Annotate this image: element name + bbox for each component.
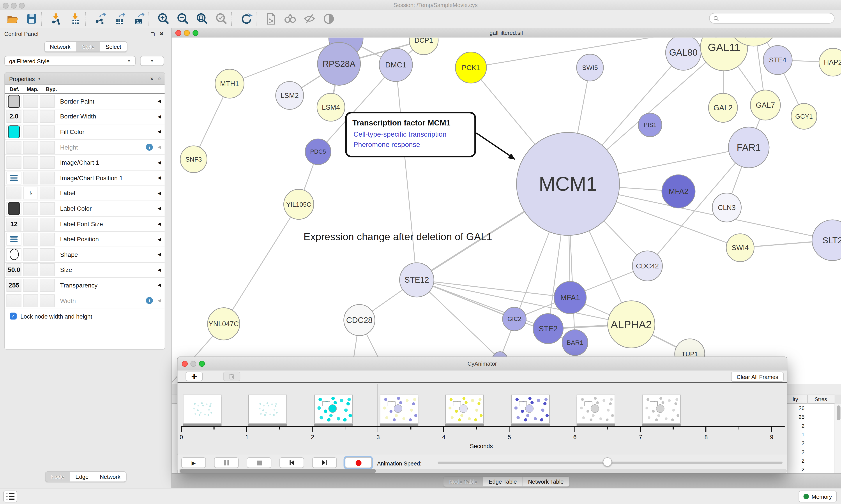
style-target-tab-network[interactable]: Network	[94, 472, 126, 482]
annotation-link[interactable]: Cell-type-specific transcription	[354, 130, 447, 138]
open-session-button[interactable]	[4, 12, 20, 26]
expand-row-icon[interactable]: ◀	[158, 221, 161, 227]
expand-row-icon[interactable]: ◀	[158, 129, 161, 134]
frame-thumbnail-4[interactable]	[445, 395, 484, 424]
mapping-cell[interactable]	[23, 125, 38, 138]
expand-row-icon[interactable]: ◀	[158, 252, 161, 257]
property-row-fill-color[interactable]: Fill Color◀	[5, 125, 165, 140]
style-selector[interactable]: galFiltered Style ▼	[4, 56, 136, 66]
lock-checkbox[interactable]: ✓	[10, 313, 17, 320]
close-panel-icon[interactable]: ✖	[159, 32, 163, 36]
minimize-window-button[interactable]	[11, 2, 17, 8]
zoom-selected-button[interactable]	[214, 12, 230, 26]
network-window-titlebar[interactable]: galFiltered.sif	[172, 28, 841, 37]
timeline-scrollbar[interactable]	[179, 469, 787, 473]
import-table-button[interactable]	[68, 12, 84, 26]
table-tab-network-table[interactable]: Network Table	[522, 476, 569, 486]
property-row-label-color[interactable]: Label Color◀	[5, 201, 165, 217]
clear-all-frames-button[interactable]: Clear All Frames	[731, 372, 784, 382]
first-neighbors-button[interactable]	[282, 12, 298, 26]
refresh-layout-button[interactable]	[238, 12, 254, 26]
mapping-cell[interactable]	[23, 141, 38, 154]
maximize-window-button[interactable]	[19, 2, 25, 8]
mapping-cell[interactable]: ⁞›	[23, 187, 38, 200]
default-value-cell[interactable]	[6, 95, 21, 108]
bypass-cell[interactable]	[40, 187, 55, 200]
default-value-cell[interactable]: 50.0	[6, 264, 21, 276]
table-column-stress[interactable]: Stres	[815, 396, 827, 402]
property-row-image-chart-position-1[interactable]: Image/Chart Position 1◀	[5, 170, 165, 186]
search-input[interactable]	[721, 15, 830, 22]
show-panels-button[interactable]	[3, 491, 17, 502]
close-icon[interactable]	[175, 30, 181, 36]
timeline-scrollbar-thumb[interactable]	[180, 469, 376, 473]
zoom-icon[interactable]	[193, 30, 198, 36]
default-value-cell[interactable]	[6, 172, 21, 184]
annotation-box[interactable]: Transcription factor MCM1Cell-type-speci…	[346, 112, 516, 160]
mapping-cell[interactable]	[23, 279, 38, 292]
property-row-image-chart-1[interactable]: Image/Chart 1◀	[5, 155, 165, 170]
bypass-cell[interactable]	[40, 279, 55, 292]
default-value-cell[interactable]: 255	[6, 279, 21, 292]
add-frame-button[interactable]: ✚	[185, 372, 202, 381]
expand-row-icon[interactable]: ◀	[158, 298, 161, 303]
export-image-button[interactable]	[131, 12, 147, 26]
tab-style[interactable]: Style	[76, 42, 100, 51]
zoom-in-button[interactable]	[156, 12, 172, 26]
bypass-cell[interactable]	[40, 294, 55, 307]
network-edge-YIL105C-YNL047C[interactable]	[223, 204, 299, 324]
mapping-cell[interactable]	[23, 248, 38, 261]
bypass-cell[interactable]	[40, 264, 55, 276]
default-value-cell[interactable]: 12	[6, 217, 21, 230]
expand-row-icon[interactable]: ◀	[158, 206, 161, 211]
network-edge-STE12-DMC1[interactable]	[396, 65, 417, 280]
table-scrollbar-thumb[interactable]	[836, 405, 840, 420]
show-graphics-button[interactable]	[321, 12, 337, 26]
network-from-file-button[interactable]	[263, 12, 279, 26]
tab-select[interactable]: Select	[100, 42, 127, 51]
search-box[interactable]	[709, 13, 835, 24]
default-value-cell[interactable]	[6, 141, 21, 154]
property-row-border-paint[interactable]: Border Paint◀	[5, 94, 165, 109]
close-window-button[interactable]	[3, 2, 8, 8]
bypass-cell[interactable]	[40, 248, 55, 261]
float-panel-icon[interactable]: ▢	[150, 32, 155, 36]
style-target-tab-node[interactable]: Node	[45, 472, 70, 482]
default-value-cell[interactable]	[6, 248, 21, 261]
expand-row-icon[interactable]: ◀	[158, 283, 161, 288]
property-row-label[interactable]: ⁞›Label◀	[5, 186, 165, 201]
expand-row-icon[interactable]: ◀	[158, 145, 161, 149]
property-row-width[interactable]: Widthi◀	[5, 293, 165, 308]
default-value-cell[interactable]	[6, 202, 21, 215]
info-icon[interactable]: i	[146, 144, 153, 151]
property-row-height[interactable]: Heighti◀	[5, 140, 165, 155]
table-tab-edge-table[interactable]: Edge Table	[483, 476, 523, 486]
style-options-button[interactable]: ▼	[140, 56, 164, 66]
property-row-transparency[interactable]: 255Transparency◀	[5, 278, 165, 293]
property-row-shape[interactable]: Shape◀	[5, 247, 165, 263]
expand-row-icon[interactable]: ◀	[158, 175, 161, 180]
close-icon[interactable]	[182, 361, 188, 367]
property-row-label-position[interactable]: Label Position◀	[5, 232, 165, 247]
stop-button[interactable]	[247, 457, 272, 468]
export-network-button[interactable]	[92, 12, 108, 26]
bypass-cell[interactable]	[40, 141, 55, 154]
cyanimator-titlebar[interactable]: CyAnimator	[178, 357, 787, 371]
default-value-cell[interactable]: 2.0	[6, 110, 21, 123]
tab-network[interactable]: Network	[44, 42, 76, 51]
default-value-cell[interactable]	[6, 156, 21, 169]
bypass-cell[interactable]	[40, 110, 55, 123]
minimize-icon[interactable]	[184, 30, 190, 36]
bypass-cell[interactable]	[40, 125, 55, 138]
mapping-cell[interactable]	[23, 110, 38, 123]
expand-row-icon[interactable]: ◀	[158, 191, 161, 196]
default-value-cell[interactable]	[6, 233, 21, 246]
expand-row-icon[interactable]: ◀	[158, 160, 161, 165]
table-scrollbar[interactable]	[835, 404, 841, 473]
delete-frame-button[interactable]	[223, 372, 240, 381]
collapse-all-icon[interactable]: »	[156, 77, 162, 80]
record-button[interactable]	[345, 457, 372, 468]
hide-graphics-button[interactable]	[301, 12, 317, 26]
table-tab-node-table[interactable]: Node Table	[444, 476, 483, 486]
bypass-cell[interactable]	[40, 233, 55, 246]
